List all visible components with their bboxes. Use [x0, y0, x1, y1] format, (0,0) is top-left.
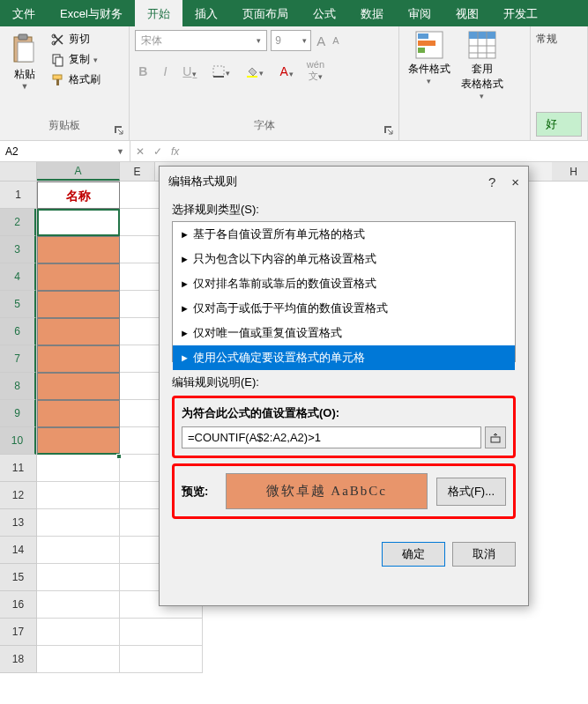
cell-A13[interactable]: [37, 509, 120, 537]
col-header-A[interactable]: A: [37, 162, 120, 181]
rule-type-top-bottom[interactable]: ►仅对排名靠前或靠后的数值设置格式: [173, 271, 515, 296]
style-good[interactable]: 好: [536, 112, 582, 137]
formula-input[interactable]: [182, 426, 481, 448]
format-as-table-button[interactable]: 套用 表格格式 ▾: [458, 30, 507, 100]
row-header-10[interactable]: 10: [0, 427, 36, 455]
tab-view[interactable]: 视图: [443, 0, 491, 26]
dialog-help-button[interactable]: ?: [488, 174, 495, 189]
paste-button[interactable]: 粘贴 ▼: [5, 30, 44, 91]
clipboard-dialog-launcher[interactable]: [113, 124, 125, 137]
font-color-button[interactable]: A▾: [276, 63, 296, 80]
collapse-dialog-button[interactable]: [485, 426, 506, 448]
tab-home[interactable]: 开始: [135, 0, 182, 26]
copy-button[interactable]: 复制 ▾: [51, 52, 100, 67]
row-header-11[interactable]: 11: [0, 455, 36, 482]
arrow-right-icon: ►: [180, 328, 190, 338]
row-header-9[interactable]: 9: [0, 400, 36, 427]
tab-data[interactable]: 数据: [348, 0, 396, 26]
font-name-combo[interactable]: 宋体▾: [135, 30, 267, 51]
selection-handle[interactable]: [116, 454, 122, 459]
cancel-formula-icon[interactable]: ✕: [136, 145, 145, 158]
row-header-4[interactable]: 4: [0, 263, 36, 291]
rule-type-all-cells[interactable]: ►基于各自值设置所有单元格的格式: [173, 222, 515, 247]
row-header-5[interactable]: 5: [0, 291, 36, 318]
cell-A16[interactable]: [37, 591, 120, 619]
conditional-formatting-button[interactable]: 条件格式 ▾: [405, 30, 454, 100]
row-header-16[interactable]: 16: [0, 591, 36, 619]
underline-button[interactable]: U▾: [179, 63, 200, 80]
tab-page-layout[interactable]: 页面布局: [230, 0, 301, 26]
format-painter-button[interactable]: 格式刷: [51, 72, 100, 87]
italic-button[interactable]: I: [160, 63, 170, 80]
col-header-H[interactable]: H: [552, 162, 588, 181]
font-size-combo[interactable]: 9▾: [271, 30, 311, 51]
cell-A11[interactable]: [37, 455, 120, 482]
cell-A18[interactable]: [37, 646, 120, 673]
row-header-6[interactable]: 6: [0, 318, 36, 345]
row-header-3[interactable]: 3: [0, 236, 36, 263]
ribbon-tabs: 文件 Excel与财务 开始 插入 页面布局 公式 数据 审阅 视图 开发工: [0, 0, 588, 26]
cell-A10[interactable]: [37, 427, 120, 455]
col-header-E[interactable]: E: [120, 162, 155, 181]
cell-A1[interactable]: 名称: [37, 182, 120, 209]
cell-A9[interactable]: [37, 400, 120, 427]
row-header-2[interactable]: 2: [0, 209, 36, 236]
rule-type-contains[interactable]: ►只为包含以下内容的单元格设置格式: [173, 247, 515, 271]
ok-button[interactable]: 确定: [382, 542, 445, 567]
row-header-12[interactable]: 12: [0, 482, 36, 509]
cell-A7[interactable]: [37, 345, 120, 373]
border-button[interactable]: ▾: [209, 63, 234, 79]
rule-type-above-below-avg[interactable]: ►仅对高于或低于平均值的数值设置格式: [173, 296, 515, 321]
cell-A6[interactable]: [37, 318, 120, 345]
tab-developer[interactable]: 开发工: [491, 0, 550, 26]
cell-A3[interactable]: [37, 236, 120, 263]
tab-formulas[interactable]: 公式: [301, 0, 348, 26]
formula-bar[interactable]: ✕ ✓ fx: [130, 141, 588, 161]
decrease-font-button[interactable]: A: [331, 33, 340, 48]
enter-formula-icon[interactable]: ✓: [153, 145, 162, 158]
cell-A4[interactable]: [37, 263, 120, 291]
cell-B18[interactable]: [120, 646, 203, 673]
tab-excel-finance[interactable]: Excel与财务: [48, 0, 135, 26]
row-header-17[interactable]: 17: [0, 619, 36, 646]
name-box[interactable]: A2 ▼: [0, 141, 130, 161]
bold-button[interactable]: B: [135, 63, 151, 80]
cell-A15[interactable]: [37, 564, 120, 591]
row-header-7[interactable]: 7: [0, 345, 36, 373]
row-header-1[interactable]: 1: [0, 182, 36, 209]
preview-highlight-box: 预览: 微软卓越 AaBbCc 格式(F)...: [172, 463, 516, 519]
format-button[interactable]: 格式(F)...: [436, 478, 506, 506]
cancel-button[interactable]: 取消: [452, 542, 516, 567]
phonetic-button[interactable]: wén文▾: [306, 58, 325, 84]
cell-A17[interactable]: [37, 619, 120, 646]
row-header-8[interactable]: 8: [0, 373, 36, 400]
tab-insert[interactable]: 插入: [182, 0, 230, 26]
cell-A12[interactable]: [37, 482, 120, 509]
fx-icon[interactable]: fx: [171, 145, 179, 158]
dialog-close-button[interactable]: ×: [511, 174, 519, 189]
cell-A14[interactable]: [37, 537, 120, 564]
fill-color-button[interactable]: ▾: [242, 63, 267, 79]
svg-rect-13: [418, 33, 428, 39]
cell-A8[interactable]: [37, 373, 120, 400]
select-all-corner[interactable]: [0, 162, 37, 182]
dialog-titlebar[interactable]: 编辑格式规则 ? ×: [160, 167, 528, 196]
cell-A5[interactable]: [37, 291, 120, 318]
row-header-14[interactable]: 14: [0, 537, 36, 564]
paste-icon: [11, 33, 39, 65]
cell-B17[interactable]: [120, 619, 203, 646]
rule-type-formula[interactable]: ►使用公式确定要设置格式的单元格: [173, 345, 515, 370]
cut-button[interactable]: 剪切: [51, 32, 100, 47]
chevron-down-icon: ▾: [480, 92, 484, 100]
font-group-label: 字体: [135, 115, 393, 137]
row-header-15[interactable]: 15: [0, 564, 36, 591]
font-dialog-launcher[interactable]: [383, 124, 395, 137]
rule-type-unique-duplicate[interactable]: ►仅对唯一值或重复值设置格式: [173, 321, 515, 345]
style-normal[interactable]: 常规: [536, 32, 582, 47]
tab-review[interactable]: 审阅: [396, 0, 443, 26]
row-header-13[interactable]: 13: [0, 509, 36, 537]
cell-A2[interactable]: [37, 209, 120, 236]
increase-font-button[interactable]: A: [315, 32, 327, 50]
row-header-18[interactable]: 18: [0, 646, 36, 673]
tab-file[interactable]: 文件: [0, 0, 48, 26]
